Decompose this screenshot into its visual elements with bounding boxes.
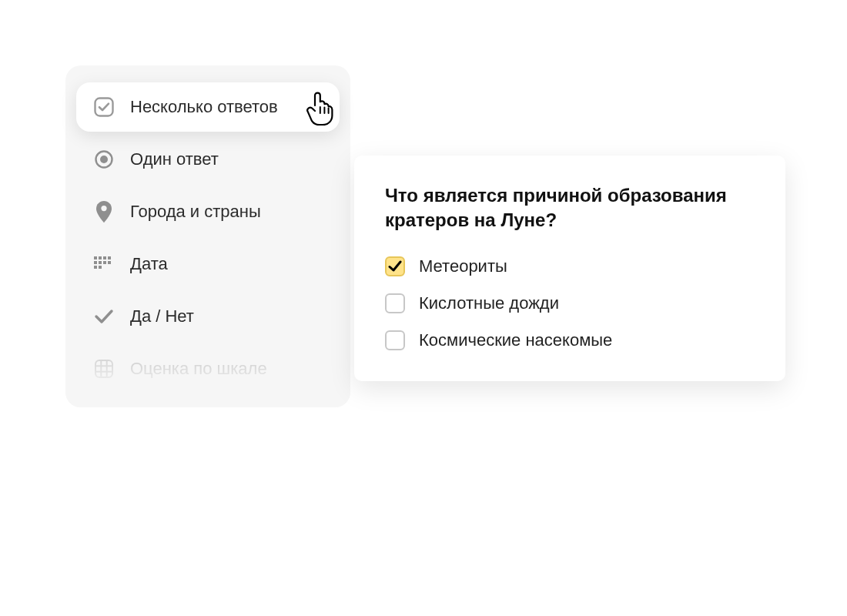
date-grid-icon (93, 253, 115, 275)
answer-option-1[interactable]: Кислотные дожди (385, 293, 755, 313)
type-item-label: Города и страны (130, 202, 261, 222)
checkbox-icon (93, 96, 115, 118)
svg-rect-16 (99, 266, 102, 269)
answer-option-0[interactable]: Метеориты (385, 256, 755, 276)
svg-rect-15 (94, 266, 97, 269)
svg-rect-13 (103, 261, 106, 264)
svg-rect-9 (103, 256, 106, 259)
checkbox-checked-icon (385, 256, 405, 276)
answer-label: Космические насекомые (419, 330, 612, 350)
type-item-multiple[interactable]: Несколько ответов (76, 82, 340, 132)
grid-icon (93, 358, 115, 380)
svg-rect-0 (95, 99, 113, 116)
question-type-panel: Несколько ответов Один ответ (65, 65, 350, 407)
checkbox-unchecked-icon (385, 293, 405, 313)
checkmark-icon (93, 306, 115, 327)
type-item-label: Да / Нет (130, 306, 194, 326)
svg-rect-7 (94, 256, 97, 259)
type-item-label: Один ответ (130, 149, 219, 169)
answer-label: Кислотные дожди (419, 293, 559, 313)
svg-rect-17 (95, 360, 112, 377)
answer-option-2[interactable]: Космические насекомые (385, 330, 755, 350)
svg-rect-11 (94, 261, 97, 264)
answer-label: Метеориты (419, 256, 507, 276)
type-item-scale[interactable]: Оценка по шкале (76, 344, 340, 393)
type-item-geo[interactable]: Города и страны (76, 187, 340, 236)
type-item-single[interactable]: Один ответ (76, 135, 340, 184)
radio-icon (93, 149, 115, 170)
cursor-pointer-icon (304, 89, 335, 126)
svg-rect-10 (108, 256, 111, 259)
svg-rect-14 (108, 261, 111, 264)
type-item-label: Оценка по шкале (130, 359, 267, 379)
type-item-label: Несколько ответов (130, 97, 278, 117)
type-item-yesno[interactable]: Да / Нет (76, 292, 340, 341)
preview-question-text: Что является причиной образования кратер… (385, 183, 755, 233)
svg-point-6 (101, 206, 106, 211)
type-item-date[interactable]: Дата (76, 239, 340, 289)
checkbox-unchecked-icon (385, 330, 405, 350)
svg-rect-8 (99, 256, 102, 259)
svg-point-5 (100, 156, 108, 163)
question-preview-card: Что является причиной образования кратер… (354, 156, 785, 381)
type-item-label: Дата (130, 254, 168, 274)
svg-rect-12 (99, 261, 102, 264)
location-pin-icon (93, 201, 115, 223)
